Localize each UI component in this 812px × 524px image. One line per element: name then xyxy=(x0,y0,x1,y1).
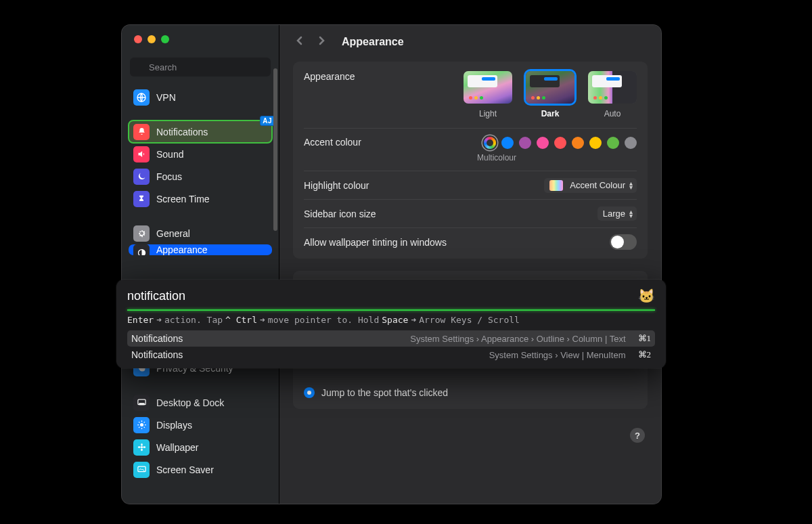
sidebar-item-focus[interactable]: Focus xyxy=(129,165,272,188)
wallpaper-tinting-toggle[interactable] xyxy=(610,234,637,250)
svg-line-14 xyxy=(143,422,144,422)
main-content: Appearance Appearance Light Dark xyxy=(279,25,661,504)
appearance-option-dark[interactable]: Dark xyxy=(526,71,574,118)
highlight-colour-row: Highlight colour Accent Colour ▴▾ xyxy=(304,171,637,199)
palette-result-label: Notifications xyxy=(131,349,183,360)
page-title: Appearance xyxy=(342,36,404,48)
palette-divider xyxy=(127,309,655,311)
accent-label: Accent colour xyxy=(304,137,361,148)
accent-swatch-graphite[interactable] xyxy=(625,137,637,149)
window-controls xyxy=(122,25,279,53)
sidebar-item-label: VPN xyxy=(156,92,176,103)
appearance-option-label: Dark xyxy=(541,109,560,118)
svg-point-6 xyxy=(140,423,143,427)
svg-point-15 xyxy=(140,446,142,448)
titlebar: Appearance xyxy=(279,25,661,59)
highlight-value: Accent Colour xyxy=(570,180,625,190)
sidebar-item-label: Screen Saver xyxy=(156,464,214,475)
highlight-colour-select[interactable]: Accent Colour ▴▾ xyxy=(544,178,637,193)
palette-hint: Enter➜ action. Tap ^ Ctrl➜ move pointer … xyxy=(127,315,655,325)
tinting-label: Allow wallpaper tinting in windows xyxy=(304,237,447,248)
sidebar-item-label: Wallpaper xyxy=(156,442,199,453)
sidebar-item-label: Appearance xyxy=(156,244,208,255)
accent-swatch-multicolour[interactable] xyxy=(484,137,496,149)
highlight-gradient-icon xyxy=(549,180,563,191)
accent-swatches xyxy=(484,137,637,149)
gear-icon xyxy=(133,225,150,242)
svg-line-11 xyxy=(139,422,139,422)
accent-swatch-orange[interactable] xyxy=(572,137,584,149)
palette-result-shortcut: ⌘2 xyxy=(638,349,652,360)
sidebar-item-label: Desktop & Dock xyxy=(156,397,224,408)
palette-result-label: Notifications xyxy=(131,333,183,344)
palette-result[interactable]: Notifications System Settings › View | M… xyxy=(127,347,655,363)
sidebar-item-wallpaper[interactable]: Wallpaper xyxy=(129,436,272,458)
svg-line-12 xyxy=(143,427,144,428)
wallpaper-tinting-row: Allow wallpaper tinting in windows xyxy=(304,227,637,256)
search-input[interactable] xyxy=(130,58,271,77)
appearance-option-light[interactable]: Light xyxy=(464,71,512,118)
appearance-option-label: Auto xyxy=(604,109,621,118)
sidebar-item-label: Notifications xyxy=(156,127,208,137)
accent-swatch-purple[interactable] xyxy=(519,137,531,149)
bell-icon xyxy=(133,124,150,140)
sidebar: VPN Notifications AJ Sound F xyxy=(122,25,279,504)
minimize-window-button[interactable] xyxy=(148,35,156,43)
accent-swatch-pink[interactable] xyxy=(537,137,549,149)
globe-icon xyxy=(133,89,150,106)
sidebar-item-appearance[interactable]: Appearance xyxy=(129,244,272,255)
sidebar-item-notifications[interactable]: Notifications AJ xyxy=(129,121,272,143)
zoom-window-button[interactable] xyxy=(161,35,169,43)
sidebar-size-value: Large xyxy=(603,209,625,219)
sidebar-item-desktop-dock[interactable]: Desktop & Dock xyxy=(129,391,272,414)
sidebar-size-label: Sidebar icon size xyxy=(304,209,376,219)
highlight-label: Highlight colour xyxy=(304,180,369,191)
sidebar-item-screen-saver[interactable]: Screen Saver xyxy=(129,458,272,481)
svg-point-18 xyxy=(137,446,140,448)
svg-line-13 xyxy=(139,427,139,428)
forward-button[interactable] xyxy=(316,35,327,49)
sidebar-item-label: Screen Time xyxy=(156,194,210,204)
palette-search-input[interactable] xyxy=(127,289,638,303)
sidebar-item-label: Displays xyxy=(156,420,192,431)
sidebar-size-select[interactable]: Large ▴▾ xyxy=(597,206,637,221)
settings-content: Appearance Light Dark Auto xyxy=(279,59,661,454)
accent-colour-row: Accent colour Mu xyxy=(304,128,637,171)
palette-result-path: System Settings › Appearance › Outline ›… xyxy=(410,334,625,344)
sidebar-item-sound[interactable]: Sound xyxy=(129,143,272,165)
sidebar-scrollbar[interactable] xyxy=(273,68,277,231)
chevron-updown-icon: ▴▾ xyxy=(629,210,633,218)
sidebar-item-vpn[interactable]: VPN xyxy=(129,86,272,108)
sidebar-item-label: Focus xyxy=(156,171,182,182)
close-window-button[interactable] xyxy=(134,35,142,43)
palette-result-shortcut: ⌘1 xyxy=(638,333,652,344)
accent-swatch-red[interactable] xyxy=(554,137,566,149)
sidebar-item-general[interactable]: General xyxy=(129,222,272,244)
radio-label: Jump to the spot that's clicked xyxy=(321,387,448,398)
appearance-option-auto[interactable]: Auto xyxy=(588,71,637,118)
palette-result[interactable]: Notifications System Settings › Appearan… xyxy=(127,330,655,347)
auto-thumbnail xyxy=(588,71,637,104)
speaker-icon xyxy=(133,146,150,162)
help-button[interactable]: ? xyxy=(630,428,645,443)
flower-icon xyxy=(133,439,150,456)
sidebar-item-displays[interactable]: Displays xyxy=(129,414,272,436)
light-thumbnail xyxy=(464,71,512,104)
hourglass-icon xyxy=(133,191,150,207)
appearance-mode-row: Appearance Light Dark Auto xyxy=(304,70,637,128)
back-button[interactable] xyxy=(294,35,305,49)
palette-results: Notifications System Settings › Appearan… xyxy=(127,330,655,363)
svg-point-16 xyxy=(141,443,143,446)
sidebar-item-screen-time[interactable]: Screen Time xyxy=(129,188,272,210)
radio-button[interactable] xyxy=(304,387,315,398)
appearance-icon xyxy=(133,244,150,255)
screensaver-icon xyxy=(133,462,150,478)
accent-swatch-blue[interactable] xyxy=(501,137,514,149)
appearance-option-label: Light xyxy=(479,109,497,118)
accent-swatch-green[interactable] xyxy=(607,137,619,149)
appearance-panel: Appearance Light Dark Auto xyxy=(293,62,648,259)
appearance-label: Appearance xyxy=(304,71,355,82)
shortcut-badge: AJ xyxy=(260,116,275,126)
scroll-click-spot-row[interactable]: Jump to the spot that's clicked xyxy=(304,385,637,406)
accent-swatch-yellow[interactable] xyxy=(589,137,602,149)
